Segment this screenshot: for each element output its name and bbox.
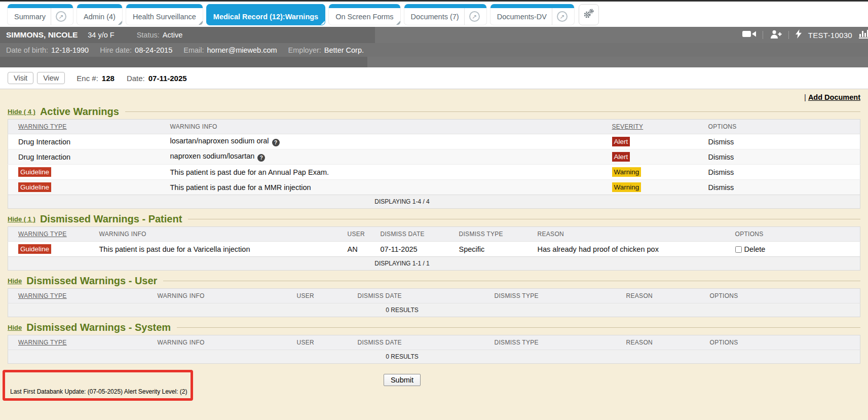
- hide-link[interactable]: Hide ( 4 ): [8, 108, 35, 116]
- dob-value: 12-18-1990: [51, 46, 89, 54]
- sort-link[interactable]: WARNING TYPE: [18, 123, 67, 130]
- employer-label: Employer:: [288, 46, 321, 54]
- dismiss-link[interactable]: Dismiss: [708, 183, 734, 192]
- reason-cell: Has already had proof of chicken pox: [527, 242, 725, 257]
- help-icon[interactable]: ?: [257, 154, 265, 162]
- table-footer-row: DISPLAYING 1-4 / 4: [8, 195, 860, 209]
- section-title: Dismissed Warnings - User: [26, 275, 157, 287]
- results-count: 0 RESULTS: [8, 350, 860, 364]
- hide-link[interactable]: Hide: [8, 277, 22, 285]
- patient-header-row-2: Date of birth:12-18-1990 Hire date:08-24…: [0, 43, 868, 57]
- warning-info-cell: This patient is past due for a Varicella…: [89, 242, 337, 257]
- section-rule: [163, 281, 860, 281]
- col-options: OPTIONS: [725, 227, 860, 242]
- add-user-icon[interactable]: [770, 30, 782, 41]
- section-title: Active Warnings: [40, 106, 119, 118]
- dismiss-date-cell: 07-11-2025: [370, 242, 449, 257]
- settings-button[interactable]: [579, 4, 599, 25]
- severity-badge: Alert: [612, 152, 630, 162]
- warning-type-cell: Guideline: [8, 165, 160, 180]
- add-document-link[interactable]: Add Document: [808, 93, 860, 101]
- col-options: OPTIONS: [700, 335, 860, 350]
- warnings-page: |Add Document Hide ( 4 ) Active Warnings…: [0, 89, 868, 420]
- col-warning-type: WARNING TYPE: [8, 335, 147, 350]
- section-header-dismissed-system: Hide Dismissed Warnings - System: [8, 322, 860, 333]
- dismissed-patient-table: WARNING TYPE WARNING INFO USER DISMISS D…: [8, 226, 860, 271]
- patient-name: SIMMONS, NICOLE: [6, 30, 78, 40]
- col-options: OPTIONS: [698, 120, 860, 134]
- tab-documents[interactable]: Documents (7) ↗: [404, 4, 487, 25]
- date-value: 07-11-2025: [148, 74, 187, 83]
- tab-summary[interactable]: Summary ↗: [7, 4, 73, 25]
- dismiss-link[interactable]: Dismiss: [708, 138, 734, 146]
- databank-note: Last First Databank Update: (07-05-2025)…: [10, 388, 187, 395]
- popout-segment: ↗: [464, 8, 480, 25]
- patient-age-sex: 34 y/o F: [88, 31, 114, 39]
- guideline-badge: Guideline: [18, 244, 51, 254]
- header-highlight-band: [0, 57, 367, 67]
- date-label: Date:: [127, 74, 145, 83]
- sort-link[interactable]: WARNING TYPE: [18, 231, 67, 238]
- col-reason: REASON: [616, 335, 700, 350]
- col-warning-type: WARNING TYPE: [8, 289, 147, 303]
- tab-documents-dv[interactable]: Documents-DV ↗: [490, 4, 575, 25]
- hide-link[interactable]: Hide ( 1 ): [8, 215, 35, 223]
- results-count: 0 RESULTS: [8, 303, 860, 317]
- severity-cell: Alert: [602, 134, 698, 149]
- tab-label: Admin (4): [84, 13, 116, 21]
- video-camera-icon[interactable]: [742, 30, 756, 40]
- sort-link[interactable]: SEVERITY: [612, 123, 644, 130]
- bar-chart-icon[interactable]: [859, 29, 868, 41]
- lightning-icon[interactable]: [796, 29, 802, 41]
- patient-header-row-3: [0, 57, 868, 67]
- popout-icon[interactable]: ↗: [557, 11, 568, 22]
- warning-type-cell: Drug Interaction: [8, 149, 160, 165]
- patient-header: SIMMONS, NICOLE 34 y/o F Status: Active …: [0, 27, 868, 67]
- view-button[interactable]: View: [37, 72, 65, 84]
- tab-medical-record-warnings[interactable]: Medical Record (12):Warnings: [206, 4, 325, 25]
- tab-on-screen-forms[interactable]: On Screen Forms: [328, 4, 400, 25]
- section-rule: [125, 111, 860, 112]
- active-warnings-table: WARNING TYPE WARNING INFO SEVERITY OPTIO…: [8, 119, 860, 209]
- tab-accent-strip: [404, 4, 486, 8]
- visit-button[interactable]: Visit: [8, 72, 33, 84]
- sort-link[interactable]: WARNING TYPE: [18, 339, 67, 346]
- options-cell: Dismiss: [698, 180, 860, 195]
- delete-label: Delete: [744, 245, 766, 253]
- options-cell: Delete: [725, 242, 860, 257]
- options-cell: Dismiss: [698, 134, 860, 149]
- databank-annotation-box: Last First Databank Update: (07-05-2025)…: [3, 370, 193, 401]
- tab-label: Summary: [14, 13, 46, 21]
- dismiss-link[interactable]: Dismiss: [708, 153, 734, 161]
- tab-label: On Screen Forms: [335, 13, 393, 21]
- submit-button[interactable]: Submit: [384, 374, 421, 386]
- col-warning-type: WARNING TYPE: [8, 120, 160, 134]
- add-document-row: |Add Document: [8, 93, 860, 101]
- patient-header-row-1: SIMMONS, NICOLE 34 y/o F Status: Active …: [0, 27, 868, 43]
- col-dismiss-type: DISMISS TYPE: [449, 227, 527, 242]
- hide-link[interactable]: Hide: [8, 324, 22, 331]
- employer-value: Better Corp.: [324, 46, 364, 54]
- tab-admin[interactable]: Admin (4): [77, 4, 123, 25]
- delete-checkbox[interactable]: [735, 246, 742, 253]
- status-label: Status:: [137, 31, 160, 39]
- table-row: Guideline This patient is past due for a…: [8, 242, 860, 257]
- dismiss-link[interactable]: Dismiss: [708, 168, 734, 176]
- help-icon[interactable]: ?: [272, 139, 280, 146]
- sort-link[interactable]: WARNING TYPE: [18, 292, 67, 299]
- tab-accent-strip: [207, 4, 325, 8]
- dismissed-user-table: WARNING TYPE WARNING INFO USER DISMISS D…: [8, 288, 860, 317]
- user-cell: AN: [337, 242, 370, 257]
- guideline-badge: Guideline: [18, 182, 51, 192]
- tab-label: Health Surveillance: [133, 13, 196, 21]
- status-value: Active: [163, 31, 183, 39]
- tab-bar: Summary ↗ Admin (4) Health Surveillance …: [0, 0, 868, 27]
- col-user: USER: [337, 227, 370, 242]
- popout-icon[interactable]: ↗: [56, 11, 66, 22]
- severity-cell: Warning: [602, 180, 698, 195]
- table-row: Guideline This patient is past due for a…: [8, 165, 860, 180]
- col-reason: REASON: [527, 227, 725, 242]
- options-cell: Dismiss: [698, 149, 860, 165]
- popout-icon[interactable]: ↗: [469, 11, 480, 22]
- tab-health-surveillance[interactable]: Health Surveillance: [126, 4, 203, 25]
